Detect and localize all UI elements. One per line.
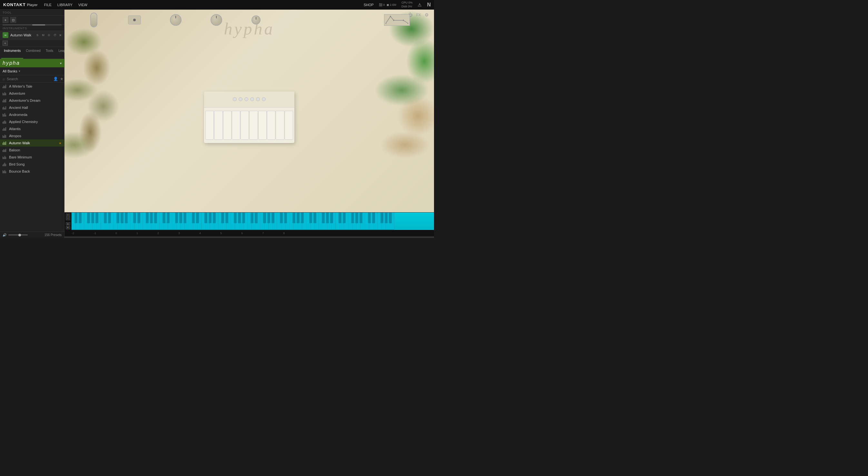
preset-item[interactable]: Adventurer's Dream [0,97,64,104]
preset-item[interactable]: Andromeda [0,111,64,118]
tab-tools[interactable]: Tools [43,47,56,59]
preset-name-label: Autumn Walk [9,141,57,145]
white-keys-row [71,212,434,230]
octave-group [218,212,248,230]
octave-group [130,212,160,230]
zoom-in-button[interactable]: + [66,213,70,217]
solo-button[interactable]: S [35,33,40,37]
preset-item[interactable]: Adventure [0,90,64,97]
close-instrument-button[interactable]: ✕ [59,33,62,37]
banks-row[interactable]: All Banks ▾ [0,67,64,75]
zoom-out-button[interactable]: − [66,217,70,220]
piano-key [241,111,249,140]
black-roll-key [179,212,182,223]
preset-item[interactable]: Ancient Hall [0,104,64,111]
preset-item[interactable]: Atropos [0,132,64,139]
piano-roll-scrollbar[interactable] [64,236,434,238]
black-roll-key [137,212,140,223]
keyboard-body [204,92,294,143]
piano-roll: + − ▲ ▼ [64,212,434,238]
preset-waveform-icon [3,99,7,102]
preset-item[interactable]: Applied Chemistry [0,118,64,125]
vibrato-knob[interactable] [90,12,97,27]
main-content: hypha ⏻ FX ⚙ [64,10,434,238]
preset-item[interactable]: Bounce Back [0,168,64,175]
shop-button[interactable]: SHOP [364,3,374,7]
preset-waveform-icon [3,106,7,109]
roll-label: 4 [199,232,201,235]
menu-view[interactable]: VIEW [79,3,87,7]
keys-visual [71,212,394,230]
cpu-info: CPU 0% Disk 0% [401,1,413,8]
envelope-svg [385,16,408,24]
black-roll-key [91,212,94,223]
envelope-display[interactable] [384,14,410,26]
ab-control [128,15,141,25]
ab-toggle[interactable] [128,15,141,25]
octave-group [336,212,365,230]
black-roll-key [154,212,157,223]
scroll-thumb [32,25,45,26]
search-input[interactable] [7,77,51,81]
menu-file[interactable]: FILE [44,3,52,7]
preset-item-active[interactable]: Autumn Walk ★ [0,139,64,146]
keyboard-visual [191,72,307,143]
hypha-library-logo: hypha [3,60,20,66]
black-roll-key [380,212,383,223]
glide-knob[interactable] [251,15,260,25]
settings-icon[interactable]: ⚙ [425,12,429,18]
octave-group [277,212,306,230]
black-roll-key [322,212,325,223]
preset-item[interactable]: Baloon [0,146,64,154]
svg-point-1 [390,16,391,17]
menu-library[interactable]: LIBRARY [57,3,72,7]
preset-item[interactable]: Atlantis [0,125,64,132]
preset-item[interactable]: Bird Song [0,161,64,168]
octave-group [248,212,277,230]
fx-button[interactable]: FX [416,13,421,17]
preset-name-label: Adventure [9,92,62,95]
tab-instruments[interactable]: Instruments [1,47,23,59]
piano-key [214,111,222,140]
midi-icon: ⊙ [47,33,51,37]
memory-info: ◼ 2.6M [386,3,396,6]
add-instrument-button[interactable]: + [3,17,8,23]
black-roll-key [343,212,346,223]
volume-slider[interactable] [8,234,28,235]
voices-count: ⬛ 0 [379,3,385,6]
octave-group [365,212,394,230]
black-roll-key [313,212,316,223]
roll-label: -2 [71,232,74,235]
library-chevron-icon[interactable]: ▾ [60,62,62,65]
black-roll-key [255,212,258,223]
instruments-section-label: INSTRUMENTS [0,26,64,31]
favorites-filter-icon[interactable]: ★ [60,77,64,81]
plant-right-decoration [353,10,434,212]
preset-name-label: Applied Chemistry [9,120,62,124]
preset-waveform-icon [3,162,7,166]
mute-button[interactable]: M [41,33,45,37]
preset-item[interactable]: Bare Minimum [0,154,64,161]
preset-favorite-star[interactable]: ★ [59,141,62,145]
scroll-down-button[interactable]: ▼ [66,226,70,229]
black-roll-key [280,212,283,223]
preset-item[interactable]: A Winter's Tale [0,83,64,90]
app-logo: KONTAKT Player [3,2,38,7]
search-icon: ⌕ [3,77,5,81]
black-roll-key [301,212,304,223]
scroll-up-button[interactable]: ▲ [66,222,70,226]
instrument-name-label: Autumn Walk [10,33,33,37]
roll-label: -1 [94,232,96,235]
piano-key [249,111,258,140]
black-roll-key [309,212,312,223]
piano-roll-navigation: + − ▲ ▼ [64,212,71,230]
sound-knob[interactable] [170,14,182,26]
black-roll-key [133,212,136,223]
add-button[interactable]: + [3,41,8,46]
black-roll-key [368,212,371,223]
black-roll-key [272,212,274,223]
black-roll-key [79,212,82,223]
preset-name-label: Baloon [9,148,62,152]
tab-combined[interactable]: Combined [23,47,43,59]
user-filter-icon[interactable]: 👤 [53,77,58,81]
